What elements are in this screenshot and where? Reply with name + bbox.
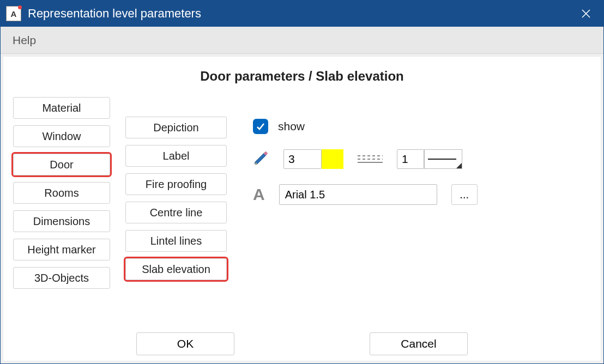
subcategory-item-fire-proofing[interactable]: Fire proofing	[125, 173, 227, 195]
cancel-button[interactable]: Cancel	[370, 332, 468, 355]
category-item-door[interactable]: Door	[13, 154, 110, 175]
category-item-window[interactable]: Window	[13, 125, 110, 147]
show-checkbox[interactable]	[253, 119, 268, 134]
subcategory-item-slab-elevation[interactable]: Slab elevation	[125, 258, 227, 280]
category-item-rooms[interactable]: Rooms	[13, 182, 110, 204]
content-area: Door parameters / Slab elevation Materia…	[3, 56, 601, 361]
category-list: MaterialWindowDoorRoomsDimensionsHeight …	[13, 97, 110, 289]
category-item-material[interactable]: Material	[13, 97, 110, 119]
subcategory-item-depiction[interactable]: Depiction	[125, 117, 227, 138]
window-title: Representation level parameters	[28, 7, 201, 21]
settings-panel: show	[242, 97, 591, 289]
check-icon	[256, 122, 265, 131]
close-button[interactable]	[574, 2, 598, 26]
font-input[interactable]	[279, 184, 437, 205]
dialog-footer: OK Cancel	[3, 332, 601, 355]
line-input-group	[397, 149, 462, 169]
page-title: Door parameters / Slab elevation	[13, 69, 591, 84]
pen-color-swatch[interactable]	[322, 149, 343, 169]
titlebar: A Representation level parameters	[1, 1, 603, 27]
font-row: A ...	[253, 184, 591, 205]
line-number-input[interactable]	[397, 149, 424, 169]
lineweight-picker[interactable]	[424, 149, 462, 169]
ok-button[interactable]: OK	[136, 332, 234, 355]
category-item-height-marker[interactable]: Height marker	[13, 239, 110, 260]
category-item-dimensions[interactable]: Dimensions	[13, 210, 110, 232]
pen-row	[253, 149, 591, 169]
subcategory-item-lintel-lines[interactable]: Lintel lines	[125, 230, 227, 252]
pen-number-input[interactable]	[283, 149, 322, 169]
category-item-3d-objects[interactable]: 3D-Objects	[13, 267, 110, 289]
subcategory-list: DepictionLabelFire proofingCentre lineLi…	[125, 117, 227, 289]
subcategory-item-label[interactable]: Label	[125, 145, 227, 167]
app-icon: A	[6, 6, 21, 21]
pen-input-group	[283, 149, 343, 169]
linetype-icon	[358, 151, 383, 167]
dialog-window: A Representation level parameters Help D…	[0, 0, 604, 364]
font-more-button[interactable]: ...	[451, 184, 478, 205]
close-icon	[581, 9, 591, 19]
show-row: show	[253, 119, 591, 134]
font-icon: A	[253, 185, 265, 204]
pencil-icon	[253, 150, 269, 168]
menubar: Help	[1, 27, 603, 54]
show-label: show	[278, 120, 305, 133]
svg-marker-2	[255, 153, 267, 165]
columns: MaterialWindowDoorRoomsDimensionsHeight …	[13, 97, 591, 289]
subcategory-item-centre-line[interactable]: Centre line	[125, 202, 227, 223]
menu-help[interactable]: Help	[13, 34, 36, 47]
